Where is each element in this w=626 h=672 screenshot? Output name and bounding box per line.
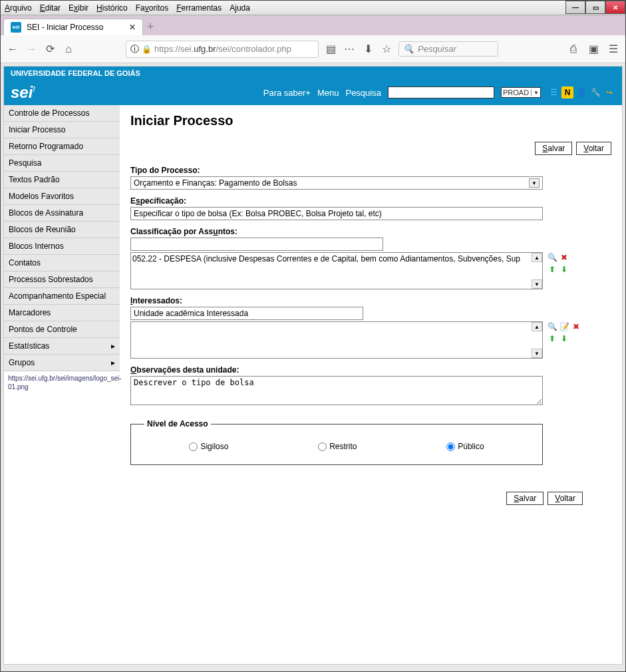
espec-input[interactable]	[130, 207, 543, 220]
remove-icon[interactable]: ✖	[559, 252, 569, 263]
close-button[interactable]: ✕	[605, 1, 625, 14]
search-icon: 🔍	[403, 44, 414, 54]
menu-link[interactable]: Menu	[317, 88, 339, 98]
user-icon[interactable]: 👤	[575, 86, 587, 98]
library-icon[interactable]: ⎙	[567, 43, 580, 56]
tab-close-button[interactable]: ✕	[129, 23, 136, 32]
edit-icon[interactable]: 📝	[559, 321, 569, 332]
sidebar-item-marcadores[interactable]: Marcadores	[4, 305, 120, 321]
menu-ferramentas[interactable]: Ferramentas	[176, 3, 222, 13]
sei-header: sei! Para saber+ Menu Pesquisa PROAD▼ ☰ …	[4, 80, 622, 105]
news-icon[interactable]: N	[561, 86, 573, 98]
logout-icon[interactable]: ↪	[603, 86, 615, 98]
info-icon[interactable]: ⓘ	[130, 43, 139, 55]
scroll-down-icon[interactable]: ▼	[532, 279, 542, 289]
menu-ajuda[interactable]: Ajuda	[230, 3, 250, 13]
reader-icon[interactable]: ▤	[324, 43, 337, 56]
home-button[interactable]: ⌂	[62, 43, 75, 56]
org-header: UNIVERSIDADE FEDERAL DE GOIÁS	[4, 67, 622, 80]
sidebar-item-blocos-internos[interactable]: Blocos Internos	[4, 238, 120, 255]
sidebar-item-modelos[interactable]: Modelos Favoritos	[4, 188, 120, 205]
inter-input[interactable]	[130, 307, 363, 320]
move-down-icon[interactable]: ⬇	[559, 333, 569, 344]
minimize-button[interactable]: —	[565, 1, 585, 14]
back-button[interactable]: ←	[6, 43, 19, 56]
parasaber-link[interactable]: Para saber+	[263, 88, 311, 98]
classif-listbox[interactable]: 052.22 - DESPESA (inclusive Despesas Cor…	[130, 252, 543, 289]
bookmark-icon[interactable]: ☆	[380, 43, 393, 56]
processes-icon[interactable]: ☰	[548, 86, 559, 98]
menu-arquivo[interactable]: Arquivo	[5, 3, 32, 13]
search-icon[interactable]: 🔍	[547, 321, 557, 332]
new-tab-button[interactable]: +	[147, 20, 154, 34]
pesquisa-link[interactable]: Pesquisa	[345, 88, 381, 98]
browser-tab[interactable]: sei SEI - Iniciar Processo ✕	[3, 19, 143, 35]
sidebar-item-textos[interactable]: Textos Padrão	[4, 172, 120, 188]
sidebar-item-pesquisa[interactable]: Pesquisa	[4, 155, 120, 172]
sei-logo[interactable]: sei!	[11, 83, 35, 102]
classif-item[interactable]: 052.22 - DESPESA (inclusive Despesas Cor…	[132, 254, 541, 263]
back-button-form[interactable]: Voltar	[576, 142, 611, 155]
radio-restrito[interactable]: Restrito	[318, 442, 357, 451]
lock-icon: 🔒	[142, 45, 152, 54]
sidebar-item-acompanhamento[interactable]: Acompanhamento Especial	[4, 288, 120, 305]
sidebar-item-pontos[interactable]: Pontos de Controle	[4, 321, 120, 338]
inter-label: Interessados:	[130, 296, 611, 305]
menu-editar[interactable]: Editar	[40, 3, 61, 13]
search-icon[interactable]: 🔍	[547, 252, 557, 263]
nivel-acesso-fieldset: Nível de Acesso Sigiloso Restrito Públic…	[130, 419, 543, 465]
search-box[interactable]: 🔍 Pesquisar	[398, 41, 498, 57]
sidebar-item-estatisticas[interactable]: Estatísticas▸	[4, 338, 120, 355]
maximize-button[interactable]: ▭	[585, 1, 605, 14]
sidebar-item-contatos[interactable]: Contatos	[4, 255, 120, 271]
scroll-up-icon[interactable]: ▲	[532, 322, 542, 331]
scroll-down-icon[interactable]: ▼	[532, 349, 542, 358]
unit-select[interactable]: PROAD▼	[501, 87, 541, 98]
sidebar-item-iniciar[interactable]: Iniciar Processo	[4, 122, 120, 138]
tipo-select[interactable]: Orçamento e Finanças: Pagamento de Bolsa…	[130, 176, 543, 190]
radio-sigiloso[interactable]: Sigiloso	[189, 442, 228, 451]
sidebar-item-controle[interactable]: Controle de Processos	[4, 105, 120, 122]
search-placeholder: Pesquisar	[418, 44, 456, 54]
inter-listbox[interactable]: ▲ ▼	[130, 321, 543, 359]
pocket-icon[interactable]: ⬇	[361, 43, 375, 56]
sidebar-item-grupos[interactable]: Grupos▸	[4, 355, 120, 371]
tipo-label: Tipo do Processo:	[130, 166, 611, 175]
sidebar-item-sobrestados[interactable]: Processos Sobrestados	[4, 271, 120, 288]
forward-button[interactable]: →	[25, 43, 38, 56]
page-content: UNIVERSIDADE FEDERAL DE GOIÁS sei! Para …	[3, 66, 623, 665]
move-down-icon[interactable]: ⬇	[559, 264, 569, 275]
sidebar-icon[interactable]: ▣	[587, 43, 600, 56]
hamburger-menu-button[interactable]: ☰	[607, 43, 620, 56]
page-title: Iniciar Processo	[130, 113, 611, 128]
menu-exibir[interactable]: Exibir	[69, 3, 88, 13]
chevron-down-icon[interactable]: ▼	[529, 178, 540, 188]
classif-input[interactable]	[130, 238, 383, 251]
sidebar-footer-link[interactable]: https://sei.ufg.br/sei/imagens/logo_sei-…	[4, 371, 120, 394]
sei-toolbar-icons: ☰ N 👤 🔧 ↪	[548, 86, 615, 98]
remove-icon[interactable]: ✖	[571, 321, 581, 332]
reload-button[interactable]: ⟳	[43, 43, 57, 56]
sidebar-item-blocos-reuniao[interactable]: Blocos de Reunião	[4, 222, 120, 238]
main-content: Iniciar Processo Salvar Voltar Tipo do P…	[120, 105, 622, 513]
settings-icon[interactable]: 🔧	[589, 86, 601, 98]
save-button[interactable]: Salvar	[535, 142, 572, 155]
sidebar-item-blocos-assinatura[interactable]: Blocos de Assinatura	[4, 205, 120, 222]
obs-textarea[interactable]: Descrever o tipo de bolsa	[130, 376, 543, 405]
back-button-bottom[interactable]: Voltar	[548, 492, 583, 505]
menu-historico[interactable]: Histórico	[96, 3, 128, 13]
espec-label: Especificação:	[130, 196, 611, 206]
address-bar[interactable]: ⓘ 🔒 https://sei.ufg.br/sei/controlador.p…	[126, 41, 319, 58]
tab-bar: sei SEI - Iniciar Processo ✕ +	[1, 15, 625, 35]
more-icon[interactable]: ⋯	[343, 43, 356, 56]
move-up-icon[interactable]: ⬆	[547, 333, 557, 344]
menu-favoritos[interactable]: Favoritos	[136, 3, 168, 13]
save-button-bottom[interactable]: Salvar	[506, 492, 544, 505]
nivel-legend: Nível de Acesso	[144, 419, 211, 428]
move-up-icon[interactable]: ⬆	[547, 264, 557, 275]
sidebar-item-retorno[interactable]: Retorno Programado	[4, 138, 120, 155]
tipo-value: Orçamento e Finanças: Pagamento de Bolsa…	[134, 178, 297, 188]
sei-search-input[interactable]	[388, 86, 494, 98]
radio-publico[interactable]: Público	[446, 442, 484, 451]
scroll-up-icon[interactable]: ▲	[532, 253, 542, 262]
